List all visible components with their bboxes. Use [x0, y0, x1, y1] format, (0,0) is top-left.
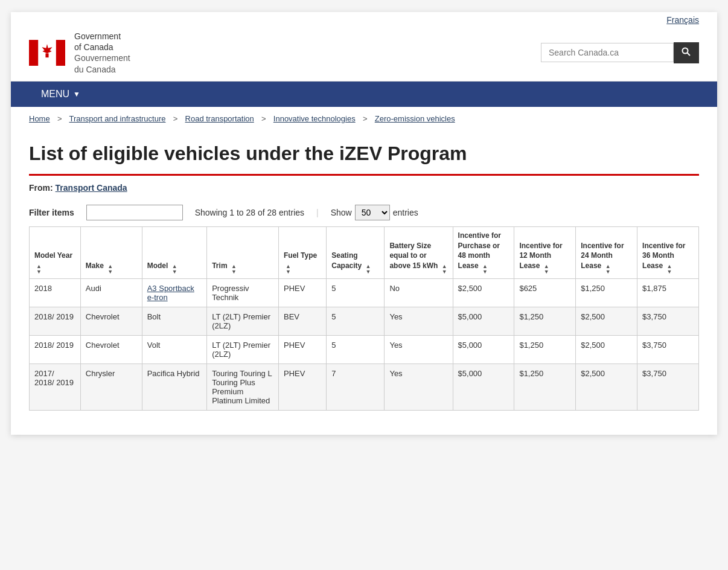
- cell-trim: Touring Touring L Touring Plus Premium P…: [207, 364, 279, 411]
- cell-make: Chrysler: [80, 364, 142, 411]
- cell-inc_12: $625: [514, 279, 576, 307]
- model-link[interactable]: A3 Sportback e-tron: [147, 284, 194, 302]
- sort-down-icon: ▼: [172, 269, 177, 275]
- cell-fuel: PHEV: [279, 364, 327, 411]
- cell-model: Volt: [142, 336, 207, 364]
- sort-battery[interactable]: ▲ ▼: [442, 264, 447, 275]
- sort-fuel[interactable]: ▲ ▼: [286, 264, 291, 275]
- filter-label: Filter items: [29, 208, 74, 217]
- cell-make: Audi: [80, 279, 142, 307]
- svg-rect-3: [45, 53, 48, 57]
- cell-battery: Yes: [385, 336, 453, 364]
- government-name: Government of Canada Gouvernement du Can…: [74, 31, 130, 75]
- breadcrumb-road[interactable]: Road transportation: [185, 114, 254, 123]
- sort-inc-purchase[interactable]: ▲ ▼: [482, 264, 488, 275]
- sort-inc-36[interactable]: ▲ ▼: [666, 264, 672, 275]
- th-fuel: Fuel Type ▲ ▼: [279, 226, 327, 278]
- pipe-divider: |: [316, 208, 319, 217]
- cell-inc_12: $1,250: [514, 336, 576, 364]
- cell-inc_purchase: $5,000: [453, 307, 514, 336]
- search-input[interactable]: [541, 43, 674, 62]
- cell-fuel: PHEV: [279, 279, 327, 307]
- table-row: 2017/ 2018/ 2019ChryslerPacifica HybridT…: [30, 364, 699, 411]
- cell-seating: 5: [327, 279, 385, 307]
- th-inc-purchase: Incentive for Purchase or 48 month Lease…: [453, 226, 514, 278]
- sort-down-icon: ▼: [666, 269, 672, 275]
- data-table: Model Year ▲ ▼ Make ▲ ▼: [29, 226, 699, 411]
- breadcrumb-innovative[interactable]: Innovative technologies: [273, 114, 356, 123]
- cell-inc_36: $1,875: [637, 279, 699, 307]
- cell-inc_purchase: $5,000: [453, 364, 514, 411]
- cell-seating: 5: [327, 336, 385, 364]
- sort-year[interactable]: ▲ ▼: [36, 264, 42, 275]
- th-seating: Seating Capacity ▲ ▼: [327, 226, 385, 278]
- transport-canada-link[interactable]: Transport Canada: [56, 183, 127, 193]
- cell-year: 2018/ 2019: [30, 307, 81, 336]
- cell-inc_24: $1,250: [576, 279, 637, 307]
- svg-rect-1: [56, 40, 65, 66]
- cell-trim: Progressiv Technik: [207, 279, 279, 307]
- sort-make[interactable]: ▲ ▼: [107, 264, 113, 275]
- logo-area: Government of Canada Gouvernement du Can…: [29, 31, 130, 75]
- th-inc-24: Incentive for 24 Month Lease ▲ ▼: [576, 226, 637, 278]
- cell-model[interactable]: A3 Sportback e-tron: [142, 279, 207, 307]
- cell-inc_12: $1,250: [514, 364, 576, 411]
- search-button[interactable]: [674, 42, 699, 63]
- sort-inc-12[interactable]: ▲ ▼: [544, 264, 549, 275]
- sort-inc-24[interactable]: ▲ ▼: [605, 264, 611, 275]
- sort-down-icon: ▼: [605, 269, 611, 275]
- table-row: 2018/ 2019ChevroletVoltLT (2LT) Premier …: [30, 336, 699, 364]
- breadcrumb-home[interactable]: Home: [29, 114, 50, 123]
- cell-year: 2018/ 2019: [30, 336, 81, 364]
- cell-seating: 7: [327, 364, 385, 411]
- th-model: Model ▲ ▼: [142, 226, 207, 278]
- cell-year: 2018: [30, 279, 81, 307]
- menu-button[interactable]: MENU ▼: [29, 82, 92, 107]
- sort-model[interactable]: ▲ ▼: [172, 264, 177, 275]
- cell-year: 2017/ 2018/ 2019: [30, 364, 81, 411]
- th-inc-12: Incentive for 12 Month Lease ▲ ▼: [514, 226, 576, 278]
- sort-down-icon: ▼: [544, 269, 549, 275]
- th-year: Model Year ▲ ▼: [30, 226, 81, 278]
- language-bar: Français: [11, 12, 717, 25]
- cell-inc_purchase: $2,500: [453, 279, 514, 307]
- search-area: [541, 42, 699, 63]
- svg-rect-0: [29, 40, 38, 66]
- cell-seating: 5: [327, 307, 385, 336]
- french-link[interactable]: Français: [666, 15, 699, 25]
- breadcrumb-zev[interactable]: Zero-emission vehicles: [375, 114, 455, 123]
- cell-fuel: BEV: [279, 307, 327, 336]
- cell-battery: Yes: [385, 364, 453, 411]
- breadcrumb-transport[interactable]: Transport and infrastructure: [69, 114, 166, 123]
- show-select-wrap: Show 10 25 50 100 entries: [331, 205, 418, 220]
- th-trim: Trim ▲ ▼: [207, 226, 279, 278]
- cell-model: Bolt: [142, 307, 207, 336]
- table-header-row: Model Year ▲ ▼ Make ▲ ▼: [30, 226, 699, 278]
- sort-down-icon: ▼: [36, 269, 42, 275]
- show-select[interactable]: 10 25 50 100: [355, 205, 390, 220]
- cell-inc_24: $2,500: [576, 364, 637, 411]
- page-title: List of eligible vehicles under the iZEV…: [29, 142, 699, 176]
- cell-make: Chevrolet: [80, 336, 142, 364]
- cell-trim: LT (2LT) Premier (2LZ): [207, 336, 279, 364]
- cell-inc_36: $3,750: [637, 336, 699, 364]
- svg-line-5: [688, 53, 691, 56]
- cell-model: Pacifica Hybrid: [142, 364, 207, 411]
- sort-seating[interactable]: ▲ ▼: [366, 264, 371, 275]
- th-inc-36: Incentive for 36 Month Lease ▲ ▼: [637, 226, 699, 278]
- sort-trim[interactable]: ▲ ▼: [231, 264, 237, 275]
- cell-inc_24: $2,500: [576, 336, 637, 364]
- header: Government of Canada Gouvernement du Can…: [11, 25, 717, 82]
- cell-make: Chevrolet: [80, 307, 142, 336]
- table-row: 2018AudiA3 Sportback e-tronProgressiv Te…: [30, 279, 699, 307]
- sort-down-icon: ▼: [231, 269, 237, 275]
- main-content: List of eligible vehicles under the iZEV…: [11, 130, 717, 435]
- filter-input[interactable]: [86, 205, 183, 220]
- cell-inc_36: $3,750: [637, 364, 699, 411]
- menu-chevron-icon: ▼: [73, 90, 80, 98]
- cell-inc_12: $1,250: [514, 307, 576, 336]
- cell-battery: Yes: [385, 307, 453, 336]
- breadcrumb: Home > Transport and infrastructure > Ro…: [11, 107, 717, 130]
- nav-menu: MENU ▼: [11, 82, 717, 107]
- table-row: 2018/ 2019ChevroletBoltLT (2LT) Premier …: [30, 307, 699, 336]
